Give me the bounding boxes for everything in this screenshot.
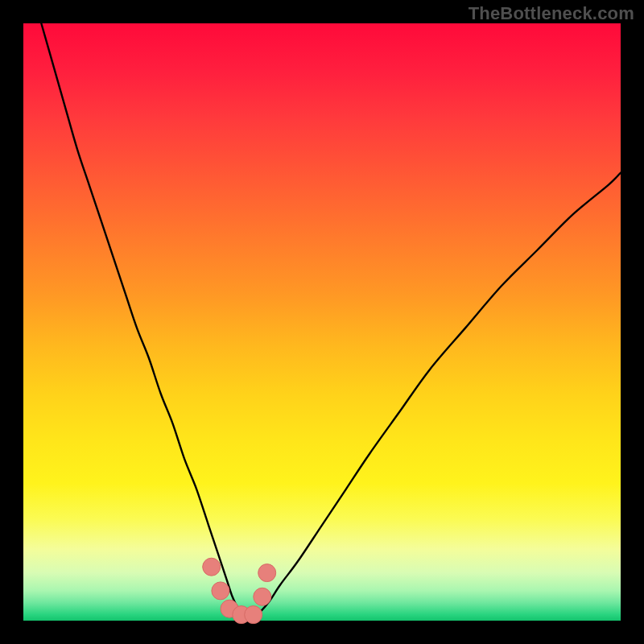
trough-marker (212, 582, 229, 600)
trough-marker (254, 588, 271, 605)
plot-area (23, 23, 621, 621)
trough-marker (203, 558, 221, 576)
trough-marker (258, 564, 276, 582)
watermark-text: TheBottleneck.com (469, 3, 634, 24)
trough-markers (203, 558, 276, 623)
trough-marker (245, 606, 262, 624)
bottleneck-curve (41, 23, 621, 616)
curve-layer (23, 23, 621, 621)
chart-frame: TheBottleneck.com (0, 0, 644, 644)
